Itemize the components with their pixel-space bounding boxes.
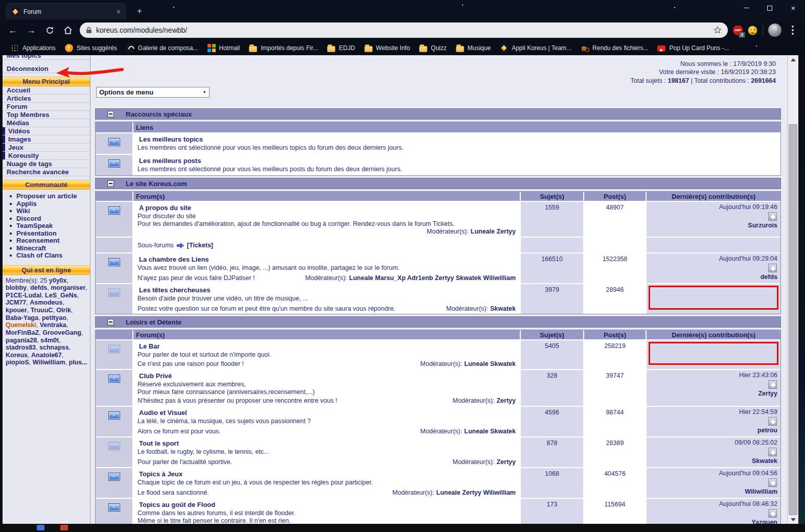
online-member-link[interactable]: Wiliwilliam — [33, 359, 65, 366]
sidebar-item-articles[interactable]: Articles — [3, 95, 90, 103]
online-member-link[interactable]: JCM77 — [6, 299, 26, 306]
moderator-link[interactable]: Luneale Zertyy — [471, 228, 516, 235]
online-member-link[interactable]: petityao — [42, 314, 66, 321]
collapse-icon[interactable] — [107, 111, 114, 118]
sidebar-item-recherche-avancee[interactable]: Recherche avancée — [3, 168, 90, 176]
close-button[interactable]: × — [781, 0, 805, 16]
forum-link[interactable]: Les têtes chercheuses — [137, 286, 516, 294]
online-member-link[interactable]: Baba-Yaga — [6, 314, 38, 321]
online-member-link[interactable]: MorFinBaZ — [6, 329, 39, 336]
bookmark-item[interactable]: Applications — [6, 42, 60, 54]
home-button[interactable] — [61, 24, 75, 37]
emoji-extension-icon[interactable] — [748, 26, 757, 35]
goto-last-post-icon[interactable] — [768, 212, 777, 221]
online-member-link[interactable]: pagania28 — [6, 337, 37, 344]
sidebar-item-clash-of-clans[interactable]: Clash of Clans — [3, 252, 90, 260]
moderator-link[interactable]: Zertyy — [496, 397, 516, 404]
taskbar[interactable] — [0, 524, 805, 532]
online-member-link[interactable]: schnapss — [39, 344, 69, 351]
sidebar-item-mes-topics[interactable]: Mes topics — [3, 55, 90, 60]
moderator-link[interactable]: Zertyy — [496, 458, 516, 466]
forum-link[interactable]: Topics au goût de Flood — [137, 501, 516, 508]
moderator-link[interactable]: Luneale Marsu_Xp Adr1enb Zertyy Skwatek … — [349, 274, 516, 282]
online-member-link[interactable]: Ventraka — [40, 321, 66, 329]
sidebar-item-recensement[interactable]: Recensement — [3, 237, 90, 245]
forum-link[interactable]: Tout le sport — [137, 440, 516, 447]
sidebar-item-presentation[interactable]: Présentation — [3, 230, 90, 238]
goto-last-post-icon[interactable] — [768, 478, 777, 487]
online-member-link[interactable]: Quenelski — [6, 321, 36, 329]
online-member-link[interactable]: Olrik — [56, 307, 71, 314]
profile-avatar[interactable] — [768, 24, 781, 37]
goto-last-post-icon[interactable] — [768, 264, 777, 272]
moderator-link[interactable]: Luneale Zertyy Wiliwilliam — [436, 489, 516, 496]
online-member-link[interactable]: y0y0x — [49, 277, 67, 284]
scrollbar-thumb[interactable] — [789, 124, 797, 515]
bookmark-item[interactable]: Rendu des fichiers... — [576, 42, 653, 54]
online-member-link[interactable]: kpouer — [6, 307, 27, 314]
sidebar-item-teamspeak[interactable]: TeamSpeak — [3, 222, 90, 230]
link-title[interactable]: Les meilleurs posts — [137, 157, 776, 165]
moderator-link[interactable]: Skwatek — [490, 305, 516, 312]
goto-last-post-icon[interactable] — [768, 509, 777, 518]
sidebar-item-medias[interactable]: Médias — [3, 119, 90, 127]
collapse-icon[interactable] — [107, 180, 114, 187]
online-member-link[interactable]: morganiser — [51, 284, 85, 291]
goto-last-post-icon[interactable] — [768, 417, 777, 426]
sidebar-item-jeux[interactable]: Jeux — [5, 144, 90, 151]
online-member-link[interactable]: s4m0t — [40, 337, 59, 344]
taskbar-app-icon[interactable] — [60, 525, 68, 530]
reload-button[interactable] — [43, 24, 56, 37]
online-member-link[interactable]: Koreus — [6, 352, 28, 359]
last-user-link[interactable]: petrou — [757, 427, 777, 434]
online-member-link[interactable]: blobby — [6, 284, 27, 291]
moderator-link[interactable]: Luneale Skwatek — [464, 360, 516, 367]
online-member-link[interactable]: Asmodeus — [30, 299, 62, 306]
last-user-link[interactable]: defds — [761, 273, 777, 281]
sidebar-item-discord[interactable]: Discord — [3, 215, 90, 223]
sidebar-item-applis[interactable]: Applis — [3, 200, 90, 208]
scrollbar-down-button[interactable] — [788, 515, 798, 524]
browser-tab[interactable]: Forum × — [6, 3, 126, 19]
sidebar-item-accueil[interactable]: Accueil — [3, 86, 90, 95]
last-user-link[interactable]: Skwatek — [752, 457, 777, 465]
sidebar-item-forum[interactable]: Forum — [3, 103, 90, 111]
bookmark-item[interactable]: Importés depuis Fir... — [244, 43, 323, 54]
online-member-link[interactable]: piopioS — [6, 359, 29, 366]
browser-menu-icon[interactable] — [792, 29, 794, 31]
minimize-button[interactable] — [734, 0, 758, 16]
online-member-link[interactable]: LeS_GeNs — [45, 292, 77, 299]
sidebar-item-top-membres[interactable]: Top Membres — [3, 111, 90, 119]
back-button[interactable]: ← — [6, 24, 19, 37]
bookmark-item[interactable]: Hotmail — [203, 42, 245, 54]
adblock-extension-icon[interactable]: ABP 3 — [733, 26, 743, 35]
taskbar-app-icon[interactable] — [37, 525, 44, 530]
forum-link[interactable]: Le Bar — [137, 342, 516, 350]
online-member-link[interactable]: GrooveGang — [42, 329, 81, 336]
forum-link[interactable]: Audio et Visuel — [137, 409, 516, 417]
bookmark-item[interactable]: Musique — [451, 43, 495, 54]
bookmark-item[interactable]: Appli Koreus | Team... — [495, 42, 576, 54]
last-user-link[interactable]: Wiliwilliam — [745, 488, 777, 495]
url-text[interactable]: koreus.com/modules/newbb/ — [96, 26, 709, 34]
new-tab-button[interactable]: + — [134, 6, 145, 17]
bookmark-item[interactable]: EDJD — [323, 43, 359, 54]
last-user-link[interactable]: Surzurois — [748, 222, 777, 229]
link-title[interactable]: Les meilleurs topics — [137, 135, 776, 143]
last-user-link[interactable]: Yazguen — [751, 519, 777, 524]
online-member-link[interactable]: defds — [30, 284, 47, 291]
online-members-more[interactable]: plus... — [69, 359, 87, 366]
page-scrollbar[interactable] — [787, 55, 798, 524]
bookmark-item[interactable]: Website Info — [360, 43, 415, 54]
forum-link[interactable]: A propos du site — [137, 204, 516, 212]
sidebar-item-minecraft[interactable]: Minecraft — [3, 245, 90, 252]
sidebar-item-koreusity[interactable]: Koreusity — [5, 152, 90, 159]
maximize-button[interactable] — [758, 0, 781, 16]
bookmark-item[interactable]: Galerie de composa... — [122, 42, 202, 54]
tab-close-icon[interactable]: × — [117, 8, 121, 15]
last-user-link[interactable]: Zertyy — [758, 390, 777, 397]
online-member-link[interactable]: stadros83 — [6, 344, 36, 351]
sidebar-item-nuage-de-tags[interactable]: Nuage de tags — [3, 160, 90, 168]
bookmark-item[interactable]: Pop Up Card Puns -... — [653, 43, 733, 53]
sidebar-item-images[interactable]: Images — [5, 135, 90, 143]
